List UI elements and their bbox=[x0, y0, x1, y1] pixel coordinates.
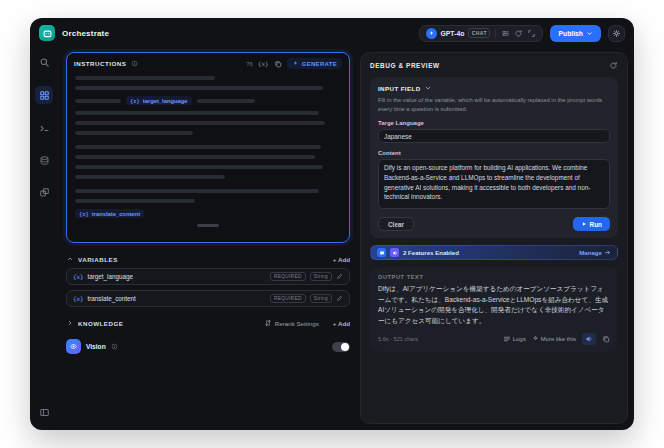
prompt-skeleton-line bbox=[75, 165, 323, 169]
edit-icon[interactable] bbox=[336, 295, 343, 302]
generate-label: GENERATE bbox=[302, 61, 337, 67]
variables-title: VARIABLES bbox=[78, 256, 118, 263]
add-knowledge-button[interactable]: + Add bbox=[333, 320, 350, 327]
required-badge: REQUIRED bbox=[270, 272, 306, 281]
copy-icon[interactable] bbox=[274, 60, 282, 68]
sparkle-icon bbox=[292, 60, 299, 67]
add-variable-button[interactable]: + Add bbox=[333, 256, 350, 263]
orchestrate-icon[interactable] bbox=[35, 86, 53, 104]
logs-button[interactable]: Logs bbox=[503, 335, 526, 343]
topbar: Orchestrate GPT-4o CHAT bbox=[30, 18, 634, 48]
variable-chip[interactable]: {x}translate_content bbox=[75, 209, 144, 218]
type-badge: String bbox=[310, 272, 332, 281]
publish-button[interactable]: Publish bbox=[550, 25, 601, 42]
more-like-this-button[interactable]: More like this bbox=[532, 335, 576, 342]
features-enabled-bar[interactable]: 2 Features Enabled Manage bbox=[370, 245, 618, 260]
sparkle-icon bbox=[532, 335, 539, 342]
prompt-skeleton-line bbox=[75, 189, 319, 193]
expand-icon[interactable] bbox=[527, 29, 536, 38]
required-badge: REQUIRED bbox=[270, 294, 306, 303]
variable-braces-icon[interactable]: {x} bbox=[258, 60, 269, 67]
search-icon[interactable] bbox=[36, 54, 52, 70]
settings-button[interactable] bbox=[608, 25, 625, 42]
variable-row[interactable]: {x} translate_content REQUIRED String bbox=[66, 290, 350, 307]
speech-feature-icon bbox=[390, 248, 399, 257]
input-field-header[interactable]: INPUT FIELD bbox=[378, 84, 610, 92]
model-selector[interactable]: GPT-4o CHAT bbox=[419, 25, 544, 42]
speaker-icon bbox=[585, 335, 593, 343]
publish-label: Publish bbox=[558, 30, 583, 37]
history-icon[interactable] bbox=[514, 29, 523, 38]
orchestrate-pane: INSTRUCTIONS 76 {x} GENERATE bbox=[58, 52, 360, 424]
output-text: Difyは、AIアプリケーションを構築するためのオープンソースプラットフォームで… bbox=[378, 284, 610, 326]
left-rail bbox=[30, 48, 58, 430]
variable-row[interactable]: {x} target_language REQUIRED String bbox=[66, 268, 350, 285]
prompt-skeleton-line bbox=[75, 121, 325, 125]
prompt-skeleton-line bbox=[75, 76, 215, 80]
arrow-right-icon bbox=[604, 249, 611, 256]
plugins-icon[interactable] bbox=[36, 184, 52, 200]
output-text-card: OUTPUT TEXT Difyは、AIアプリケーションを構築するためのオープン… bbox=[370, 267, 618, 351]
prompt-skeleton-line bbox=[75, 175, 225, 179]
prompt-line-with-variable: {x}target_language bbox=[75, 96, 341, 105]
chevron-up-icon[interactable] bbox=[66, 255, 74, 263]
prompt-skeleton-line bbox=[75, 155, 315, 159]
vision-toggle[interactable] bbox=[332, 342, 350, 352]
clear-button[interactable]: Clear bbox=[378, 217, 414, 231]
speaker-button[interactable] bbox=[582, 333, 596, 345]
edit-icon[interactable] bbox=[336, 273, 343, 280]
instructions-header: INSTRUCTIONS 76 {x} GENERATE bbox=[67, 53, 349, 72]
variable-name: translate_content bbox=[87, 295, 135, 302]
scrollbar-handle[interactable] bbox=[197, 224, 219, 227]
manage-features-link[interactable]: Manage bbox=[579, 249, 611, 256]
instructions-panel[interactable]: INSTRUCTIONS 76 {x} GENERATE bbox=[66, 52, 350, 243]
generate-button[interactable]: GENERATE bbox=[287, 58, 342, 69]
variable-chip[interactable]: {x}target_language bbox=[126, 96, 192, 105]
output-stats: 5.6s · 521 chars bbox=[378, 336, 418, 342]
run-label: Run bbox=[590, 221, 602, 228]
prompt-editor[interactable]: {x}target_language {x}translate_content bbox=[67, 72, 349, 227]
page-title: Orchestrate bbox=[62, 29, 109, 38]
input-field-description: Fill in the value of the variable, which… bbox=[378, 96, 610, 113]
copy-icon[interactable] bbox=[602, 335, 610, 343]
vision-label: Vision bbox=[86, 343, 106, 350]
target-language-input[interactable] bbox=[378, 129, 610, 143]
prompt-skeleton-line bbox=[75, 199, 195, 203]
form-actions: Clear Run bbox=[378, 217, 610, 231]
more-like-this-label: More like this bbox=[541, 336, 576, 342]
content-textarea[interactable]: Dify is an open-source platform for buil… bbox=[378, 159, 610, 209]
variable-chip-label: target_language bbox=[143, 98, 188, 104]
tune-icon[interactable] bbox=[501, 29, 510, 38]
rerank-label: Rerank Settings bbox=[275, 320, 319, 327]
rerank-settings-button[interactable]: Rerank Settings bbox=[264, 319, 319, 327]
debug-header: DEBUG & PREVIEW bbox=[370, 61, 618, 70]
conversation-feature-icon bbox=[377, 248, 386, 257]
prompt-skeleton-line bbox=[75, 99, 121, 103]
datasets-icon[interactable] bbox=[36, 152, 52, 168]
variables-header: VARIABLES + Add bbox=[66, 255, 350, 263]
prompt-skeleton-line bbox=[75, 111, 319, 115]
rerank-icon bbox=[264, 319, 272, 327]
gear-icon bbox=[612, 29, 621, 38]
terminal-icon[interactable] bbox=[36, 120, 52, 136]
restart-icon[interactable] bbox=[609, 61, 618, 70]
toggle-knob bbox=[341, 343, 349, 351]
app-logo-icon[interactable] bbox=[39, 25, 55, 41]
type-badge: String bbox=[310, 294, 332, 303]
run-button[interactable]: Run bbox=[573, 217, 610, 231]
topbar-right: GPT-4o CHAT Publish bbox=[419, 25, 625, 42]
prompt-line-with-variable: {x}translate_content bbox=[75, 209, 341, 218]
layout-panel-icon[interactable] bbox=[36, 404, 52, 420]
content-label: Content bbox=[378, 150, 610, 156]
info-icon bbox=[111, 343, 118, 350]
debug-preview-panel: DEBUG & PREVIEW INPUT FIELD Fill in the … bbox=[360, 52, 628, 424]
knowledge-header: KNOWLEDGE Rerank Settings + Add bbox=[66, 319, 350, 327]
logs-label: Logs bbox=[513, 336, 526, 342]
chat-mode-badge: CHAT bbox=[468, 28, 490, 38]
features-enabled-text: 2 Features Enabled bbox=[403, 249, 459, 256]
output-text-title: OUTPUT TEXT bbox=[378, 274, 610, 280]
chevron-right-icon[interactable] bbox=[66, 319, 74, 327]
prompt-skeleton-line bbox=[197, 99, 255, 103]
manage-label: Manage bbox=[579, 249, 602, 256]
input-field-title: INPUT FIELD bbox=[378, 85, 421, 92]
